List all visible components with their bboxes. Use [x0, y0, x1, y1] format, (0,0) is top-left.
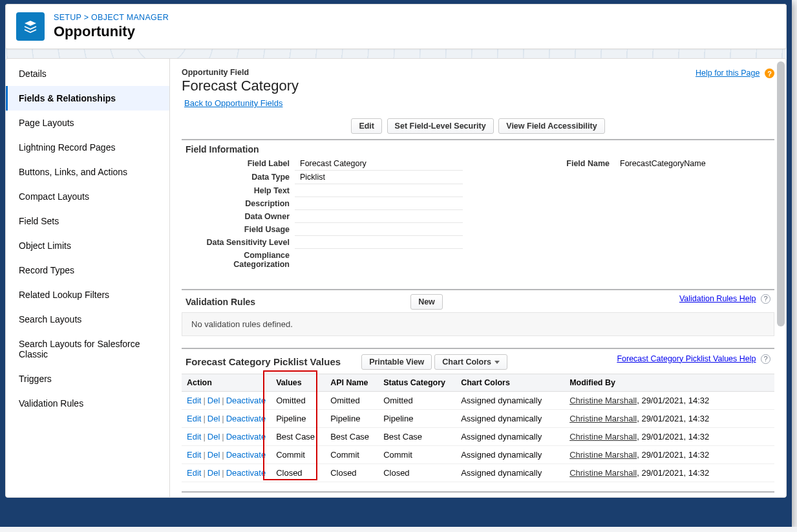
deactivate-link[interactable]: Deactivate	[226, 396, 266, 405]
modified-user-link[interactable]: Christine Marshall	[569, 450, 637, 460]
sidebar-item-object-limits[interactable]: Object Limits	[6, 233, 169, 258]
cell-modified: Christine Marshall, 29/01/2021, 14:32	[564, 409, 774, 427]
content-pane: Opportunity Field Forecast Category Help…	[170, 59, 786, 497]
modified-user-link[interactable]: Christine Marshall	[569, 468, 637, 478]
object-manager-icon	[16, 12, 45, 41]
sidebar-item-related-lookup-filters[interactable]: Related Lookup Filters	[6, 282, 169, 307]
deactivate-link[interactable]: Deactivate	[226, 468, 266, 478]
cell-api: Best Case	[325, 427, 378, 445]
table-row: Edit|Del|DeactivateBest CaseBest CaseBes…	[182, 427, 774, 445]
modified-user-link[interactable]: Christine Marshall	[569, 414, 637, 423]
view-field-accessibility-button[interactable]: View Field Accessibility	[498, 118, 604, 134]
question-icon[interactable]: ?	[761, 294, 770, 304]
sidebar-item-validation-rules[interactable]: Validation Rules	[6, 391, 169, 416]
page-title: Opportunity	[54, 23, 169, 40]
cell-modified: Christine Marshall, 29/01/2021, 14:32	[564, 463, 774, 482]
col-values: Values	[271, 374, 325, 391]
header-card: SETUP > OBJECT MANAGER Opportunity	[5, 4, 787, 49]
cell-api: Closed	[325, 463, 378, 482]
modified-user-link[interactable]: Christine Marshall	[569, 432, 637, 442]
fi-label-data-type: Data Type	[182, 171, 295, 184]
edit-button[interactable]: Edit	[351, 118, 382, 134]
fi-label-field-usage: Field Usage	[182, 223, 295, 236]
sidebar-item-search-layouts[interactable]: Search Layouts	[6, 307, 169, 332]
fi-value-field-label: Forecast Category	[295, 157, 463, 171]
cell-value: Pipeline	[271, 409, 325, 427]
sidebar-item-page-layouts[interactable]: Page Layouts	[6, 111, 169, 135]
scrollbar-thumb[interactable]	[777, 61, 785, 326]
cell-colors: Assigned dynamically	[456, 409, 564, 427]
modified-user-link[interactable]: Christine Marshall	[569, 396, 637, 405]
cell-colors: Assigned dynamically	[456, 391, 564, 409]
fi-value-field-usage	[295, 223, 463, 236]
table-row: Edit|Del|DeactivateOmittedOmittedOmitted…	[182, 391, 774, 409]
main-area: DetailsFields & RelationshipsPage Layout…	[5, 58, 787, 498]
sidebar-item-lightning-record-pages[interactable]: Lightning Record Pages	[6, 135, 169, 160]
edit-link[interactable]: Edit	[187, 450, 201, 460]
validation-rules-help-link[interactable]: Validation Rules Help	[679, 294, 756, 303]
chart-colors-button[interactable]: Chart Colors	[434, 354, 507, 370]
col-status: Status Category	[378, 374, 456, 391]
sidebar-item-details[interactable]: Details	[6, 61, 169, 86]
field-information-table: Field Label Forecast Category Field Name…	[182, 157, 774, 271]
cell-modified: Christine Marshall, 29/01/2021, 14:32	[564, 445, 774, 463]
edit-link[interactable]: Edit	[187, 432, 201, 442]
edit-link[interactable]: Edit	[187, 468, 201, 478]
sidebar-item-triggers[interactable]: Triggers	[6, 367, 169, 391]
fi-label-data-owner: Data Owner	[182, 210, 295, 223]
modified-time: , 29/01/2021, 14:32	[637, 450, 709, 460]
field-information-title: Field Information	[182, 140, 774, 157]
sidebar-item-search-layouts-for-salesforce-classic[interactable]: Search Layouts for Salesforce Classic	[6, 332, 169, 367]
back-link[interactable]: Back to Opportunity Fields	[184, 98, 282, 108]
set-fls-button[interactable]: Set Field-Level Security	[387, 118, 494, 134]
sidebar-item-fields-relationships[interactable]: Fields & Relationships	[6, 86, 169, 111]
help-for-page-link[interactable]: Help for this Page	[696, 69, 760, 78]
printable-view-button[interactable]: Printable View	[361, 354, 432, 370]
cell-colors: Assigned dynamically	[456, 427, 564, 445]
cell-modified: Christine Marshall, 29/01/2021, 14:32	[564, 427, 774, 445]
cell-value: Commit	[271, 445, 325, 463]
col-colors: Chart Colors	[456, 374, 564, 391]
table-row: Edit|Del|DeactivateCommitCommitCommitAss…	[182, 445, 774, 463]
deactivate-link[interactable]: Deactivate	[226, 450, 266, 460]
del-link[interactable]: Del	[207, 450, 220, 460]
cell-status: Best Case	[378, 427, 456, 445]
scrollbar[interactable]	[777, 61, 785, 495]
del-link[interactable]: Del	[207, 468, 220, 478]
cell-colors: Assigned dynamically	[456, 463, 564, 482]
new-validation-rule-button[interactable]: New	[410, 294, 443, 310]
fi-label-description: Description	[182, 197, 295, 210]
validation-rules-empty: No validation rules defined.	[182, 312, 774, 336]
cell-value: Closed	[271, 463, 325, 482]
cell-status: Pipeline	[378, 409, 456, 427]
row-actions: Edit|Del|Deactivate	[182, 463, 271, 482]
cell-api: Commit	[325, 445, 378, 463]
fi-value-data-owner	[295, 210, 463, 223]
breadcrumb[interactable]: SETUP > OBJECT MANAGER	[54, 13, 169, 22]
del-link[interactable]: Del	[207, 432, 220, 442]
sidebar-item-field-sets[interactable]: Field Sets	[6, 209, 169, 233]
modified-time: , 29/01/2021, 14:32	[637, 432, 709, 442]
picklist-table: Action Values API Name Status Category C…	[182, 374, 774, 482]
help-icon[interactable]: ?	[765, 69, 774, 78]
table-row: Edit|Del|DeactivatePipelinePipelinePipel…	[182, 409, 774, 427]
validation-rules-section: Validation Rules New Validation Rules He…	[182, 289, 774, 336]
sidebar-item-buttons-links-and-actions[interactable]: Buttons, Links, and Actions	[6, 160, 169, 184]
deactivate-link[interactable]: Deactivate	[226, 414, 266, 423]
del-link[interactable]: Del	[207, 396, 220, 405]
deactivate-link[interactable]: Deactivate	[226, 432, 266, 442]
del-link[interactable]: Del	[207, 414, 220, 423]
edit-link[interactable]: Edit	[187, 414, 201, 423]
fi-label-help-text: Help Text	[182, 184, 295, 197]
picklist-values-help-link[interactable]: Forecast Category Picklist Values Help	[617, 354, 756, 363]
sidebar-item-compact-layouts[interactable]: Compact Layouts	[6, 184, 169, 209]
cell-value: Omitted	[271, 391, 325, 409]
col-action: Action	[182, 374, 271, 391]
inactive-values-title: Inactive Values	[182, 493, 774, 498]
table-row: Edit|Del|DeactivateClosedClosedClosedAss…	[182, 463, 774, 482]
modified-time: , 29/01/2021, 14:32	[637, 468, 709, 478]
sidebar-item-record-types[interactable]: Record Types	[6, 258, 169, 282]
fi-label-field-label: Field Label	[182, 157, 295, 171]
question-icon[interactable]: ?	[761, 354, 770, 364]
edit-link[interactable]: Edit	[187, 396, 201, 405]
